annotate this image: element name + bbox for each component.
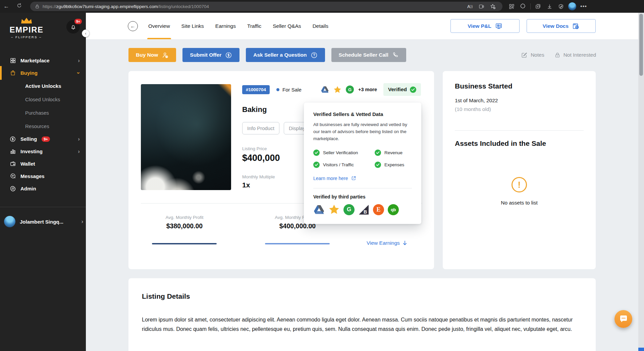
screen: ← https://zgu9btkc6cw7tumi-staging.app.e…: [0, 0, 644, 351]
listing-image: [141, 84, 231, 190]
dollar-circle-icon: [9, 136, 16, 142]
third-party-title: Verified by third parties: [313, 194, 412, 199]
tab-earnings[interactable]: Earnings: [215, 13, 236, 39]
qr-code-icon[interactable]: [506, 2, 517, 11]
quickbooks-icon: qb: [388, 204, 399, 215]
profile-avatar[interactable]: [567, 2, 578, 11]
page-scrollbar[interactable]: [638, 13, 644, 351]
verification-checklist: Seller Verification Revenue Visitors / T…: [313, 150, 412, 168]
sidebar-item-selling[interactable]: Selling 9+ ›: [0, 133, 86, 145]
listing-details-text: Lorem ipsum dolor sit amet, consectetuer…: [142, 315, 578, 334]
read-aloud-icon[interactable]: A)): [465, 2, 475, 11]
price-label: Listing Price: [242, 146, 267, 151]
card-divider: [455, 130, 584, 131]
check-visitors-traffic: Visitors / Traffic: [313, 162, 375, 168]
bell-icon: [70, 24, 76, 30]
check-revenue: Revenue: [375, 150, 412, 156]
chat-bubble-icon: [619, 315, 628, 323]
gear-icon: [9, 185, 16, 192]
chevron-right-icon: ›: [78, 149, 80, 154]
sidebar-item-investing[interactable]: Investing ›: [0, 145, 86, 158]
address-bar[interactable]: https://zgu9btkc6cw7tumi-staging.app.emp…: [30, 2, 502, 11]
sidebar-item-purchases[interactable]: Purchases: [0, 106, 86, 119]
verified-badge[interactable]: Verified: [383, 83, 421, 96]
learn-more-link[interactable]: Learn more here: [313, 176, 412, 181]
download-icon[interactable]: [544, 2, 555, 11]
popup-divider: [313, 188, 412, 188]
multiple-value: 1x: [242, 181, 250, 189]
chat-widget-button[interactable]: [614, 310, 632, 328]
notes-button[interactable]: Notes: [521, 52, 544, 58]
more-icon[interactable]: •••: [578, 2, 589, 11]
chevron-right-icon: ›: [82, 219, 83, 225]
popup-body: All businesses are fully reviewed and ve…: [313, 121, 412, 142]
sidebar-item-label: Investing: [20, 149, 43, 154]
tab-overview[interactable]: Overview: [148, 13, 170, 39]
sidebar-item-resources[interactable]: Resources: [0, 119, 86, 133]
edit-protection-icon[interactable]: [555, 2, 567, 11]
browser-toolbar-icons: •••: [506, 2, 589, 11]
scrollbar-thumb[interactable]: [639, 14, 643, 76]
sidebar-item-closed-unlocks[interactable]: Closed Unlocks: [0, 93, 86, 106]
notification-badge: 9+: [74, 19, 82, 24]
reload-icon[interactable]: [13, 3, 25, 10]
chip-monetization[interactable]: Info Product: [242, 122, 279, 134]
sidebar-item-buying[interactable]: Buying ›: [0, 67, 86, 79]
sidebar-item-messages[interactable]: Messages: [0, 170, 86, 182]
tab-traffic[interactable]: Traffic: [247, 13, 261, 39]
sidebar-item-marketplace[interactable]: Marketplace ›: [0, 54, 86, 67]
etsy-icon: E: [373, 204, 384, 215]
schedule-call-button[interactable]: Schedule Seller Call: [331, 48, 406, 62]
sidebar-collapse-button[interactable]: ‹: [82, 30, 90, 37]
google-drive-icon: [313, 204, 325, 215]
user-avatar: [4, 216, 15, 227]
submit-offer-button[interactable]: Submit Offer: [182, 48, 239, 62]
tab-site-links[interactable]: Site Links: [181, 13, 204, 39]
check-circle-icon: [313, 150, 320, 156]
google-drive-icon[interactable]: [321, 86, 329, 93]
view-earnings-link[interactable]: View Earnings: [367, 240, 407, 246]
extensions-icon[interactable]: [517, 2, 529, 11]
tab-details[interactable]: Details: [313, 13, 328, 39]
back-button[interactable]: ←: [128, 21, 138, 31]
immersive-reader-icon[interactable]: [476, 2, 486, 11]
crown-icon: [20, 17, 33, 24]
wallet-icon: [9, 161, 16, 167]
ask-seller-button[interactable]: Ask Seller a Question: [246, 48, 325, 62]
bag-icon: [9, 70, 16, 76]
stat-monthly-profit: Avg. Monthly Profit $380,000.00: [146, 215, 223, 230]
user-menu[interactable]: Jolambert Singq... ›: [4, 216, 83, 227]
sidebar-item-label: Messages: [20, 173, 45, 179]
dollar-circle-icon: [225, 52, 232, 59]
empire-flippers-logo[interactable]: EMPIRE – FLIPPERS –: [6, 17, 47, 39]
more-badges[interactable]: +3 more: [358, 87, 377, 92]
buy-now-button[interactable]: Buy Now: [128, 48, 176, 62]
view-pl-button[interactable]: View P&L: [450, 19, 520, 33]
check-expenses: Expenses: [375, 162, 412, 168]
sidebar-item-admin[interactable]: Admin: [0, 182, 86, 195]
not-interested-button[interactable]: Not Interested: [554, 52, 596, 58]
listing-id-badge: #1000704: [242, 85, 270, 94]
collections-icon[interactable]: [532, 2, 544, 11]
verification-badges: G +3 more Verified: [321, 83, 421, 96]
sidebar-item-label: Selling: [20, 136, 37, 142]
tab-seller-qas[interactable]: Seller Q&As: [273, 13, 301, 39]
sidebar-item-label: Wallet: [20, 161, 35, 167]
notifications-button[interactable]: 9+: [66, 20, 80, 34]
star-icon[interactable]: [333, 86, 341, 94]
toolbar-divider: [530, 3, 531, 9]
view-docs-button[interactable]: View Docs: [527, 19, 596, 33]
logo-subtext: – FLIPPERS –: [6, 35, 47, 39]
svg-text:B: B: [364, 209, 367, 215]
star-icon: [328, 204, 340, 215]
cj-icon[interactable]: G: [346, 85, 354, 94]
no-assets-text: No assets to list: [455, 200, 584, 206]
browser-chrome: ← https://zgu9btkc6cw7tumi-staging.app.e…: [0, 0, 644, 13]
sidebar-item-active-unlocks[interactable]: Active Unlocks: [0, 79, 86, 93]
back-icon[interactable]: ←: [0, 3, 13, 10]
check-circle-icon: [313, 162, 320, 168]
docs-globe-icon: [572, 23, 580, 30]
sidebar-item-wallet[interactable]: Wallet: [0, 158, 86, 170]
favorites-star-icon[interactable]: [488, 2, 498, 11]
external-link-icon: [351, 176, 356, 181]
